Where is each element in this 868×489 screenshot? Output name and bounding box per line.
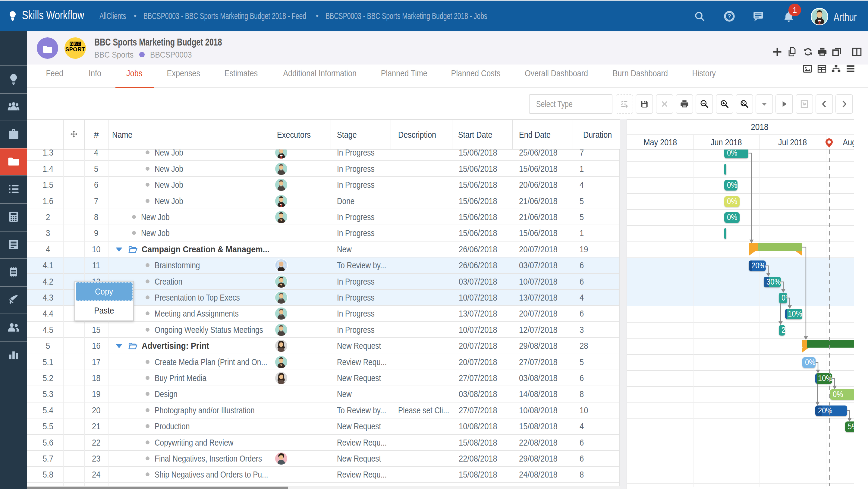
svg-text:?: ? [727,13,731,20]
